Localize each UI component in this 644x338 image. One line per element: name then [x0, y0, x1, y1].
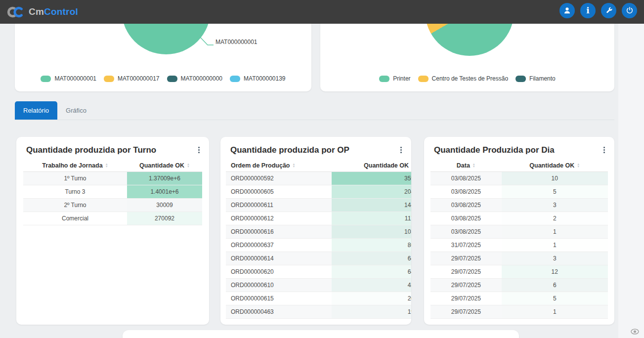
row-value-cell: 270092: [127, 212, 202, 225]
legend-item[interactable]: MAT000000139: [230, 75, 286, 82]
info-button[interactable]: i: [580, 3, 596, 18]
card-menu-icon[interactable]: [399, 145, 403, 155]
tab-relatorio[interactable]: Relatório: [15, 101, 57, 120]
row-value-cell: 12: [502, 265, 608, 278]
sort-icon[interactable]: ▲▼: [472, 163, 475, 168]
legend-item[interactable]: Centro de Testes de Pressão: [418, 75, 509, 82]
legend-label: Centro de Testes de Pressão: [432, 75, 509, 82]
info-icon: i: [586, 6, 589, 15]
row-label-cell: 03/08/2025: [430, 172, 502, 185]
scroll-gutter[interactable]: [618, 24, 644, 338]
card-title: Quantidade produzida por Turno: [16, 137, 209, 160]
pie-slice-label: MAT000000001: [215, 39, 258, 45]
column-header[interactable]: Data▲▼: [430, 160, 502, 171]
column-header-label: Quantidade OK: [529, 162, 574, 169]
row-value-cell: 117: [332, 212, 411, 225]
row-label-cell: 03/08/2025: [430, 225, 502, 238]
power-icon: [626, 6, 634, 14]
row-value-cell: 103: [332, 225, 411, 238]
column-header-label: Data: [457, 162, 470, 169]
row-value-cell: 5: [502, 185, 608, 198]
legend-label: Filamento: [529, 75, 556, 82]
app-logo[interactable]: CmControl: [7, 5, 78, 19]
row-value-cell: 1.4001e+6: [127, 185, 202, 198]
row-value-cell: 1: [502, 305, 608, 318]
row-label-cell: 29/07/2025: [430, 252, 502, 265]
navbar-actions: i: [559, 3, 637, 18]
row-label-cell: 29/07/2025: [430, 265, 502, 278]
column-header[interactable]: Quantidade OK▲▼: [332, 160, 411, 171]
row-value-cell: 1: [502, 225, 608, 238]
row-label-cell: ORD000000637: [226, 239, 332, 252]
sort-icon[interactable]: ▲▼: [187, 163, 190, 168]
column-header-label: Quantidade OK: [139, 162, 184, 169]
legend-item[interactable]: MAT000000000: [167, 75, 223, 82]
table-row: Turno 31.4001e+6: [23, 185, 202, 199]
column-header[interactable]: Ordem de Produção▲▼: [226, 160, 332, 171]
row-label-cell: ORD000000592: [226, 172, 332, 185]
row-label-cell: ORD000000611: [226, 199, 332, 211]
sort-icon[interactable]: ▲▼: [105, 163, 108, 168]
card-title: Quantidade produzida por OP: [220, 137, 411, 160]
card-menu-icon[interactable]: [602, 145, 606, 155]
logout-button[interactable]: [622, 3, 637, 18]
row-value-cell: 10: [502, 172, 608, 185]
table-row: 2º Turno30009: [23, 199, 202, 212]
row-label-cell: ORD000000614: [226, 252, 332, 265]
cc-logo-icon: [7, 5, 27, 19]
report-tabbar: Relatório Gráfico: [15, 101, 614, 120]
settings-button[interactable]: [601, 3, 616, 18]
row-label-cell: ORD000000615: [226, 292, 332, 305]
column-header[interactable]: Quantidade OK▲▼: [127, 160, 202, 171]
row-value-cell: 64: [332, 265, 411, 278]
row-value-cell: 5: [502, 292, 608, 305]
table-row: 03/08/20255: [430, 185, 608, 199]
row-value-cell: 30009: [127, 199, 202, 211]
table-row: ORD000000612117: [226, 212, 411, 225]
table-row: ORD00000061520: [226, 292, 411, 305]
row-value-cell: 48: [332, 279, 411, 292]
legend-item[interactable]: MAT000000001: [41, 75, 96, 82]
table-header-row: Trabalho de Jornada▲▼Quantidade OK▲▼: [23, 160, 202, 172]
row-label-cell: 2º Turno: [23, 199, 127, 211]
table-row: 03/08/20253: [430, 199, 608, 212]
callout-line: [197, 35, 215, 48]
user-button[interactable]: [559, 3, 575, 18]
wrench-icon: [605, 6, 613, 14]
legend-swatch: [104, 76, 114, 82]
table-row: 03/08/20252: [430, 212, 608, 225]
dashboard-page: MAT000000001 MAT000000001MAT000000017MAT…: [0, 0, 644, 338]
table-card-dia: Quantidade Produzida por Dia Data▲▼Quant…: [424, 137, 614, 325]
eye-icon[interactable]: [631, 328, 639, 337]
next-section-card: [123, 330, 519, 338]
legend-swatch: [230, 76, 240, 82]
column-header[interactable]: Trabalho de Jornada▲▼: [23, 160, 127, 171]
legend-swatch: [418, 76, 429, 82]
legend-item[interactable]: Filamento: [515, 75, 556, 82]
table-card-turno: Quantidade produzida por Turno Trabalho …: [16, 137, 209, 325]
legend-label: MAT000000001: [54, 75, 96, 82]
legend-swatch: [515, 76, 526, 82]
tab-grafico[interactable]: Gráfico: [57, 101, 95, 120]
column-header[interactable]: Quantidade OK▲▼: [502, 160, 608, 171]
row-value-cell: 3: [502, 199, 608, 211]
table-header-row: Ordem de Produção▲▼Quantidade OK▲▼: [226, 160, 411, 172]
sort-icon[interactable]: ▲▼: [577, 163, 580, 168]
legend-item[interactable]: Printer: [379, 75, 410, 82]
table-row: 03/08/20251: [430, 225, 608, 239]
row-label-cell: 29/07/2025: [430, 279, 502, 292]
legend-label: MAT000000000: [181, 75, 223, 82]
sort-icon[interactable]: ▲▼: [292, 163, 295, 168]
row-value-cell: 144: [332, 199, 411, 211]
legend-label: MAT000000017: [118, 75, 160, 82]
column-header-label: Quantidade OK: [364, 162, 409, 169]
row-label-cell: Turno 3: [23, 185, 127, 198]
table-row: 29/07/202512: [430, 265, 608, 279]
card-menu-icon[interactable]: [197, 145, 201, 155]
row-label-cell: 29/07/2025: [430, 305, 502, 318]
table-row: ORD00000061048: [226, 279, 411, 292]
user-icon: [563, 6, 571, 15]
legend-item[interactable]: MAT000000017: [104, 75, 160, 82]
row-label-cell: ORD000000610: [226, 279, 332, 292]
row-value-cell: 64: [332, 252, 411, 265]
